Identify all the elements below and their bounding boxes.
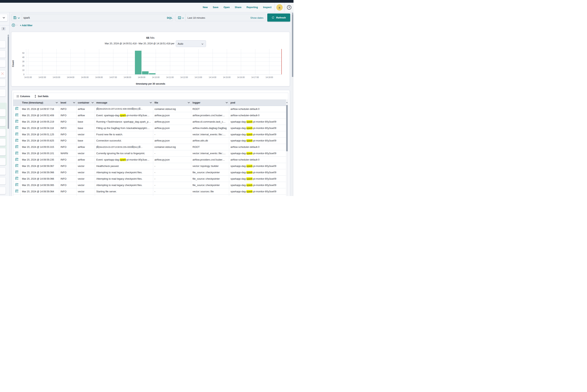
svg-text:?: ?: [288, 6, 290, 9]
